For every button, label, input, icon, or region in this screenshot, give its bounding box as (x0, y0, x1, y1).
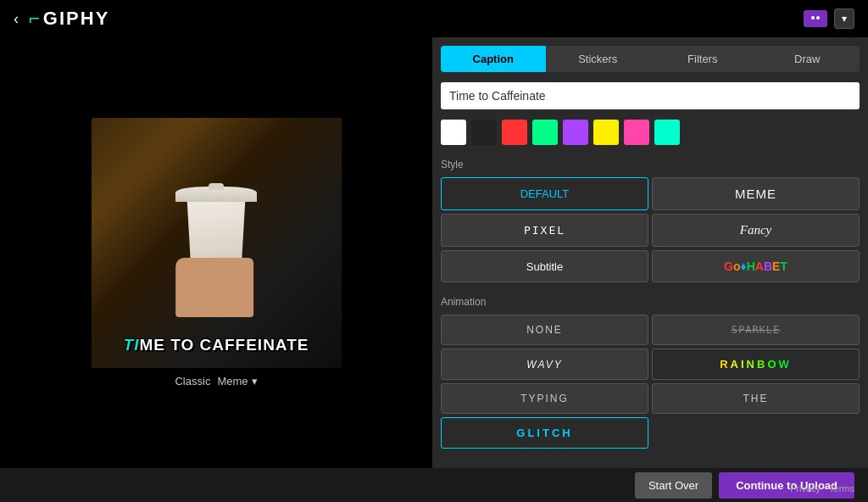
color-swatch-yellow[interactable] (593, 120, 619, 145)
preview-area: TiME TO CAFFEINATE Classic Meme ▾ (0, 37, 432, 468)
start-over-button[interactable]: Start Over (635, 472, 712, 499)
preview-view-option: Meme (217, 375, 248, 388)
tab-stickers[interactable]: Stickers (546, 46, 651, 72)
svg-rect-0 (809, 14, 822, 24)
logo: ⌐ GIPHY (29, 8, 109, 30)
color-swatch-white[interactable] (441, 120, 466, 145)
back-button[interactable]: ‹ (14, 10, 19, 28)
preview-classic-label: Classic (175, 375, 210, 388)
alphabet-letters: Go♦HABET (724, 259, 787, 273)
tab-filters[interactable]: Filters (650, 46, 755, 72)
color-swatch-green[interactable] (532, 120, 558, 145)
animation-grid: NONE SPARKLE WAVY RAINBOW TYPING THE GLI… (441, 315, 860, 449)
anim-btn-rainbow[interactable]: RAINBOW (652, 349, 860, 380)
header-left: ‹ ⌐ GIPHY (14, 8, 109, 30)
anim-btn-typing[interactable]: TYPING (441, 383, 648, 414)
logo-icon: ⌐ (29, 8, 40, 30)
user-dropdown[interactable]: ▾ (834, 8, 854, 29)
style-btn-default[interactable]: DEFAULT (441, 177, 648, 210)
anim-btn-wavy[interactable]: WAVY (441, 349, 648, 380)
main-content: TiME TO CAFFEINATE Classic Meme ▾ Captio… (0, 37, 868, 468)
style-btn-fancy[interactable]: Fancy (652, 214, 860, 247)
dropdown-arrow: ▾ (842, 13, 847, 25)
style-btn-subtitle[interactable]: Subtitle (441, 250, 648, 282)
color-swatch-cyan[interactable] (654, 120, 680, 145)
color-swatch-purple[interactable] (563, 120, 588, 145)
anim-btn-the[interactable]: THE (652, 383, 860, 414)
svg-point-1 (811, 16, 815, 20)
style-btn-meme[interactable]: MEME (652, 177, 860, 210)
gif-caption-overlay: TiME TO CAFFEINATE (124, 336, 309, 354)
style-section-label: Style (441, 159, 860, 170)
preview-view-select[interactable]: Meme ▾ (217, 375, 257, 388)
tab-draw[interactable]: Draw (755, 46, 860, 72)
privacy-link[interactable]: Privacy (790, 483, 821, 494)
header-right: ▾ (804, 8, 854, 29)
style-btn-alphabet[interactable]: Go♦HABET (652, 250, 860, 282)
color-swatches (441, 120, 860, 145)
style-grid: DEFAULT MEME PIXEL Fancy Subtitle Go♦HAB… (441, 177, 860, 282)
logo-text: GIPHY (43, 8, 109, 30)
editor-panel: Caption Stickers Filters Draw Style DEFA… (432, 37, 868, 468)
anim-btn-glitch[interactable]: GLITCH (441, 417, 648, 449)
terms-link[interactable]: Terms (829, 483, 854, 494)
animation-section-label: Animation (441, 296, 860, 308)
svg-point-2 (816, 16, 820, 20)
footer-links: Privacy Terms (790, 483, 854, 494)
preview-view-arrow: ▾ (252, 375, 258, 388)
caption-input[interactable] (441, 82, 860, 109)
tab-caption[interactable]: Caption (441, 46, 546, 72)
bottom-bar: Start Over Continue to Upload Privacy Te… (0, 468, 868, 502)
style-btn-pixel[interactable]: PIXEL (441, 214, 648, 247)
color-swatch-black[interactable] (471, 120, 497, 145)
gif-container: TiME TO CAFFEINATE (92, 118, 342, 368)
anim-btn-sparkle[interactable]: SPARKLE (652, 315, 860, 345)
anim-btn-none[interactable]: NONE (441, 315, 648, 345)
color-swatch-red[interactable] (502, 120, 527, 145)
color-swatch-pink[interactable] (624, 120, 649, 145)
preview-options: Classic Meme ▾ (175, 375, 257, 388)
header: ‹ ⌐ GIPHY ▾ (0, 0, 868, 37)
user-avatar (804, 10, 827, 27)
tab-bar: Caption Stickers Filters Draw (441, 46, 860, 72)
